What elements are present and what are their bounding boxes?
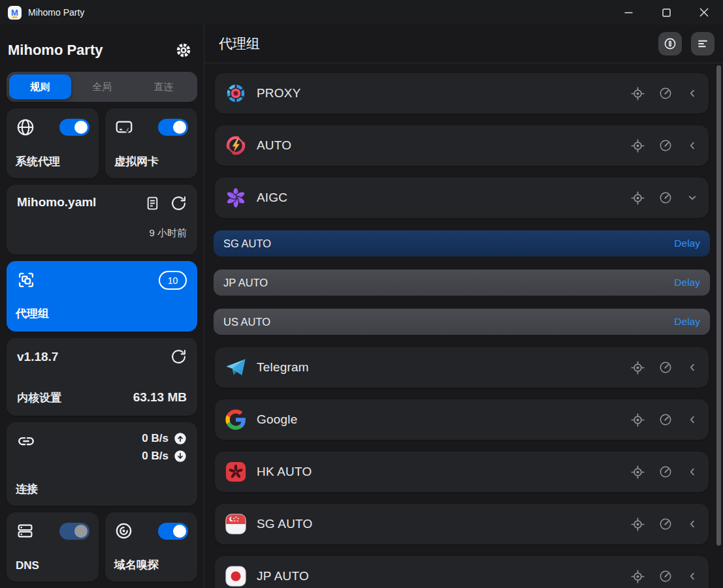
chevron-left-icon[interactable] (686, 518, 699, 531)
proxy-group-row[interactable]: JP AUTO (215, 556, 709, 588)
chevron-left-icon[interactable] (686, 139, 699, 152)
core-settings-label: 内核设置 (17, 390, 61, 405)
proxy-node-row[interactable]: US AUTODelay (214, 309, 710, 335)
virtual-nic-toggle[interactable] (158, 119, 188, 136)
locate-icon[interactable] (630, 517, 645, 532)
dns-toggle[interactable] (59, 523, 89, 540)
upload-speed: 0 B/s (142, 432, 169, 445)
node-delay-button[interactable]: Delay (674, 277, 700, 288)
tab-rule[interactable]: 规则 (9, 74, 71, 99)
speed-test-icon[interactable] (658, 86, 673, 101)
arrow-down-circle-icon (174, 450, 187, 463)
proxy-groups-nav-label: 代理组 (16, 306, 49, 321)
speed-test-icon[interactable] (658, 517, 673, 531)
speed-test-icon[interactable] (658, 360, 673, 375)
system-proxy-card[interactable]: 系统代理 (7, 108, 99, 178)
proxy-group-name: HK AUTO (257, 465, 630, 479)
sniff-icon (114, 521, 133, 540)
proxy-node-list: SG AUTODelayJP AUTODelayUS AUTODelay (214, 230, 710, 335)
proxy-group-name: AUTO (257, 138, 630, 153)
proxy-group-name: JP AUTO (257, 569, 630, 583)
sniff-toggle[interactable] (158, 523, 188, 540)
locate-icon[interactable] (630, 360, 645, 375)
nic-lightning-icon (114, 117, 134, 137)
locate-icon[interactable] (630, 86, 645, 101)
proxy-group-row[interactable]: PROXY (215, 73, 709, 114)
outbound-mode-tabs: 规则 全局 直连 (7, 72, 197, 102)
flag-jp-icon (225, 565, 247, 587)
connections-card[interactable]: 0 B/s 0 B/s 连接 (7, 422, 197, 506)
tab-direct[interactable]: 直连 (133, 74, 195, 99)
core-settings-card[interactable]: v1.18.7 内核设置 63.13 MB (7, 338, 197, 416)
core-memory: 63.13 MB (133, 390, 187, 405)
speed-test-icon[interactable] (658, 569, 673, 583)
chevron-left-icon[interactable] (686, 87, 699, 100)
speed-test-icon[interactable] (658, 138, 673, 153)
tab-global[interactable]: 全局 (71, 74, 133, 99)
proxy-node-row[interactable]: SG AUTODelay (214, 230, 710, 256)
speed-test-icon[interactable] (658, 191, 673, 205)
virtual-nic-label: 虚拟网卡 (114, 154, 159, 169)
close-icon[interactable] (685, 0, 723, 25)
proxy-group-row[interactable]: Telegram (215, 347, 709, 388)
minimize-icon[interactable] (609, 0, 647, 25)
proxy-group-row[interactable]: SG AUTO (215, 504, 709, 544)
arrow-up-circle-icon (174, 432, 187, 445)
profile-name: Mihomo.yaml (17, 195, 96, 209)
profile-card[interactable]: Mihomo.yaml 9 小时前 (7, 185, 197, 255)
refresh-icon[interactable] (170, 348, 187, 365)
sniff-label: 域名嗅探 (114, 557, 159, 572)
proxy-group-row[interactable]: HK AUTO (215, 452, 709, 492)
window-title: Mihomo Party (28, 7, 84, 18)
proxy-node-name: JP AUTO (223, 277, 268, 289)
dns-label: DNS (16, 559, 39, 572)
proxy-group-name: PROXY (257, 86, 630, 101)
chevron-left-icon[interactable] (686, 413, 699, 426)
document-icon[interactable] (144, 195, 161, 214)
flag-hk-icon (225, 461, 247, 483)
proxy-group-name: Telegram (257, 360, 630, 375)
proxy-group-row[interactable]: AUTO (215, 125, 709, 166)
chevron-left-icon[interactable] (686, 361, 699, 374)
globe-icon (16, 117, 35, 137)
system-proxy-label: 系统代理 (16, 154, 60, 169)
main-panel: 代理组 PROXY (204, 25, 723, 588)
locate-icon[interactable] (630, 465, 645, 480)
list-lines-icon[interactable] (691, 32, 715, 55)
node-delay-button[interactable]: Delay (674, 238, 700, 249)
speed-test-icon[interactable] (658, 412, 673, 427)
pause-circle-icon[interactable] (658, 32, 682, 55)
connections-label: 连接 (16, 482, 38, 497)
proxy-wheel-icon (225, 82, 247, 104)
maximize-icon[interactable] (647, 0, 685, 25)
virtual-nic-card[interactable]: 虚拟网卡 (105, 108, 197, 178)
link-icon (17, 432, 35, 463)
scrollbar-thumb[interactable] (716, 65, 721, 546)
proxy-groups-count-badge: 10 (159, 271, 187, 290)
system-proxy-toggle[interactable] (59, 119, 89, 136)
telegram-icon (225, 356, 247, 379)
node-delay-button[interactable]: Delay (674, 316, 700, 328)
locate-icon[interactable] (630, 191, 645, 206)
servers-icon (16, 521, 35, 540)
proxy-group-row[interactable]: Google (215, 399, 709, 440)
proxy-group-row[interactable]: AIGC (215, 178, 709, 218)
refresh-icon[interactable] (170, 195, 187, 214)
locate-icon[interactable] (630, 138, 645, 153)
download-speed: 0 B/s (142, 450, 169, 463)
locate-icon[interactable] (630, 412, 645, 427)
gear-icon[interactable] (171, 38, 196, 63)
dns-card[interactable]: DNS (7, 512, 99, 581)
flag-sg-icon (225, 513, 247, 535)
chevron-left-icon[interactable] (686, 570, 699, 583)
speed-test-icon[interactable] (658, 465, 673, 479)
page-title: 代理组 (219, 35, 658, 53)
auto-bolt-icon (225, 134, 247, 157)
chevron-down-icon[interactable] (686, 191, 699, 204)
google-icon (225, 409, 247, 431)
proxy-node-row[interactable]: JP AUTODelay (214, 270, 710, 296)
locate-icon[interactable] (630, 569, 645, 584)
sniff-card[interactable]: 域名嗅探 (105, 512, 197, 581)
proxy-groups-nav-card[interactable]: 10 代理组 (7, 261, 197, 332)
chevron-left-icon[interactable] (686, 465, 699, 478)
